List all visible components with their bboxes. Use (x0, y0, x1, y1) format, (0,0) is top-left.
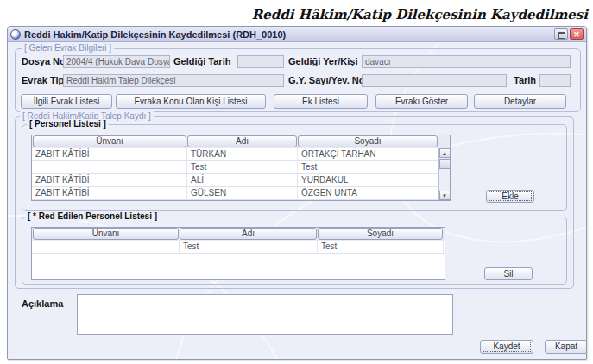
personel-table-header: Ünvanı Adı Soyadı (32, 135, 450, 148)
geldigi-yer-kisi-label: Geldiği Yer/Kişi (288, 55, 358, 68)
evraki-goster-button[interactable]: Evrakı Göster (375, 94, 468, 109)
tarih-label: Tarih (514, 74, 536, 87)
detaylar-button[interactable]: Detaylar (474, 94, 566, 109)
personel-listesi-table: Ünvanı Adı Soyadı ZABIT KÂTİBİ TÜRKAN OR… (31, 135, 451, 201)
personel-table-row[interactable]: ZABIT KÂTİBİ TÜRKAN ORTAKÇI TARHAN (32, 148, 450, 161)
ek-listesi-button[interactable]: Ek Listesi (274, 94, 368, 109)
aciklama-textarea[interactable] (77, 294, 453, 335)
geldigi-tarih-label: Geldiği Tarih (173, 55, 230, 68)
red-edilen-column-header-unvani[interactable]: Ünvanı (33, 228, 179, 240)
app-logo-icon (10, 29, 21, 40)
personel-column-header-soyadi[interactable]: Soyadı (298, 135, 438, 147)
cell-adi: Test (187, 161, 298, 173)
aciklama-label: Açıklama (22, 298, 63, 311)
restore-icon[interactable] (554, 28, 568, 40)
cell-soyadi: YURDAKUL (298, 174, 440, 186)
personel-table-scrollbar[interactable]: ▲ ▼ (438, 148, 450, 200)
evraka-konu-olan-kisi-listesi-button[interactable]: Evraka Konu Olan Kişi Listesi (116, 94, 266, 109)
cell-unvani (32, 241, 180, 253)
personel-column-header-adi[interactable]: Adı (187, 135, 297, 147)
red-edilen-column-header-soyadi[interactable]: Soyadı (318, 228, 443, 240)
scroll-up-icon[interactable]: ▲ (439, 148, 451, 158)
ilgili-evrak-listesi-button[interactable]: İlgili Evrak Listesi (21, 94, 112, 109)
window-title: Reddi Hakim/Katip Dilekçesinin Kaydedilm… (24, 29, 554, 40)
cell-soyadi: Test (318, 241, 444, 253)
personel-table-row[interactable]: ZABIT KÂTİBİ ALİ YURDAKUL (32, 174, 450, 187)
tarih-field[interactable] (539, 74, 571, 87)
cell-adi: GÜLSEN (187, 187, 298, 199)
page: Reddi Hâkim/Katip Dilekçesinin Kaydedilm… (0, 0, 593, 364)
red-edilen-table: Ünvanı Adı Soyadı Test Test (31, 227, 445, 280)
geldigi-tarih-field[interactable] (237, 55, 284, 68)
cell-soyadi: ÖZGEN UNTA (298, 187, 440, 199)
cell-adi: TÜRKAN (187, 148, 298, 160)
dosya-no-field[interactable]: 2004/4 (Hukuk Dava Dosyası) (63, 55, 170, 68)
red-edilen-table-header: Ünvanı Adı Soyadı (32, 228, 445, 241)
page-caption: Reddi Hâkim/Katip Dilekçesinin Kaydedilm… (252, 7, 588, 22)
dosya-no-label: Dosya No (22, 55, 66, 68)
personel-table-row[interactable]: ZABIT KÂTİBİ GÜLSEN ÖZGEN UNTA (32, 187, 450, 200)
evrak-tipi-field[interactable]: Reddi Hakim Talep Dilekçesi (63, 74, 284, 87)
cell-soyadi: Test (298, 161, 440, 173)
cell-unvani: ZABIT KÂTİBİ (32, 148, 187, 160)
red-edilen-column-header-adi[interactable]: Adı (180, 228, 317, 240)
app-window: Reddi Hakim/Katip Dilekçesinin Kaydedilm… (7, 26, 587, 360)
geldigi-yer-kisi-field[interactable]: davacı (362, 55, 571, 68)
scroll-down-icon[interactable]: ▼ (439, 191, 451, 200)
cell-unvani: ZABIT KÂTİBİ (32, 174, 187, 186)
scrollbar-thumb[interactable] (439, 159, 451, 169)
red-edilen-table-row[interactable]: Test Test (32, 241, 445, 254)
close-icon[interactable]: ✕ (570, 28, 584, 40)
window-titlebar: Reddi Hakim/Katip Dilekçesinin Kaydedilm… (8, 27, 586, 42)
cell-adi: ALİ (187, 174, 298, 186)
gy-sayi-yev-no-label: G.Y. Sayı/Yev. No (288, 74, 364, 87)
gelen-evrak-group-label: [ Gelen Evrak Bilgileri ] (22, 43, 114, 53)
cell-soyadi: ORTAKÇI TARHAN (298, 148, 440, 160)
kapat-button[interactable]: Kapat (545, 340, 587, 354)
kaydet-button[interactable]: Kaydet (480, 340, 533, 354)
personel-listesi-label: [ Personel Listesi ] (27, 119, 109, 129)
gy-sayi-yev-no-field[interactable] (362, 74, 507, 87)
personel-table-row[interactable]: Test Test (32, 161, 450, 174)
evrak-tipi-label: Evrak Tipi (22, 74, 66, 87)
sil-button[interactable]: Sil (484, 267, 533, 280)
ekle-button[interactable]: Ekle (486, 190, 534, 203)
cell-unvani (32, 161, 187, 173)
red-edilen-label: [ * Red Edilen Personel Listesi ] (25, 211, 160, 221)
cell-adi: Test (180, 241, 318, 253)
cell-unvani: ZABIT KÂTİBİ (32, 187, 187, 199)
personel-column-header-unvani[interactable]: Ünvanı (33, 135, 186, 147)
